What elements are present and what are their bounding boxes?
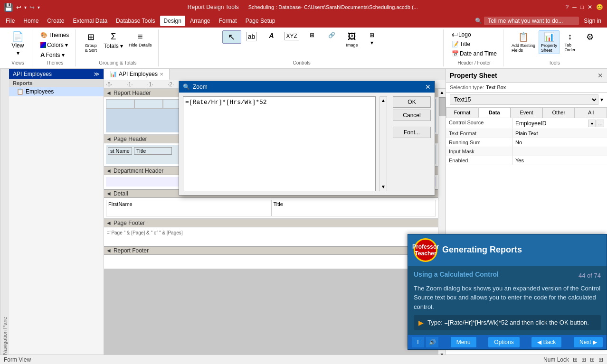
view-dropdown[interactable]: ▾ xyxy=(17,50,19,56)
menu-home[interactable]: Home xyxy=(19,16,42,26)
menu-arrange[interactable]: Arrange xyxy=(186,16,214,26)
tutorial-t-button[interactable]: T xyxy=(412,337,424,347)
tutorial-body-text: The Zoom dialog box shows you an expande… xyxy=(414,284,601,312)
logo-button[interactable]: 🏷 Logo xyxy=(449,30,474,39)
input-mask-value[interactable] xyxy=(512,147,607,156)
tutorial-body: Using a Calculated Control 44 of 74 The … xyxy=(408,266,607,336)
menu-format[interactable]: Format xyxy=(215,16,241,26)
dialog-scroll-down[interactable]: ▼ xyxy=(380,183,387,191)
property-item-select[interactable]: Text15 xyxy=(450,94,598,105)
tell-me-input[interactable]: Tell me what you want to do... xyxy=(484,17,579,25)
help-btn[interactable]: ? xyxy=(566,4,569,10)
property-sheet-button[interactable]: 📊 PropertySheet xyxy=(539,30,560,54)
status-bar: Form View Num Lock ⊞ ⊞ ⊞ ⊞ xyxy=(0,355,607,364)
title-button[interactable]: 📝 Title xyxy=(449,40,473,48)
tutorial-next-button[interactable]: Next ▶ xyxy=(574,337,603,347)
doc-tab-close[interactable]: ✕ xyxy=(160,72,163,77)
add-existing-fields-button[interactable]: 📋 Add ExistingFields xyxy=(509,30,538,54)
menu-page-setup[interactable]: Page Setup xyxy=(242,16,279,26)
control-source-dropdown-btn[interactable]: ▾ xyxy=(588,120,596,127)
control-source-value[interactable]: EmployeeID ▾ … xyxy=(512,118,607,129)
colors-button[interactable]: Colors ▾ xyxy=(38,41,70,49)
status-zoom: ⊞ xyxy=(598,356,603,363)
title-label: Title xyxy=(460,41,470,47)
image-button[interactable]: 🖼 Image xyxy=(342,30,361,49)
doc-tab-api-employees[interactable]: 📊 API Employees ✕ xyxy=(104,69,170,80)
nav-item-employees[interactable]: 📋 Employees xyxy=(9,87,104,96)
property-tab-format[interactable]: Format xyxy=(446,107,478,118)
report-footer-bar[interactable]: ◄ Report Footer xyxy=(104,246,438,255)
undo-btn[interactable]: ↩ xyxy=(16,4,21,11)
page-footer-bar[interactable]: ◄ Page Footer xyxy=(104,219,438,227)
maximize-btn[interactable]: □ xyxy=(580,4,584,10)
scroll-up-btn[interactable]: ▲ xyxy=(438,89,446,96)
control-source-label: Control Source xyxy=(446,118,512,129)
property-tab-event[interactable]: Event xyxy=(511,107,543,118)
grouping-group-label: Grouping & Totals xyxy=(99,59,136,65)
close-btn[interactable]: ✕ xyxy=(588,4,592,10)
menu-external-data[interactable]: External Data xyxy=(69,16,111,26)
tutorial-options-button[interactable]: Options xyxy=(488,337,519,347)
dept-header-label: Department Header xyxy=(114,168,163,174)
menu-design[interactable]: Design xyxy=(160,16,185,26)
menu-file[interactable]: File xyxy=(2,16,19,26)
navigation-pane: API Employees ≫ Reports 📋 Employees xyxy=(9,69,104,359)
dialog-scrollbar[interactable]: ▲ ▼ xyxy=(379,96,387,191)
property-tab-other[interactable]: Other xyxy=(542,107,575,118)
fonts-button[interactable]: A Fonts ▾ xyxy=(38,50,67,59)
menu-create[interactable]: Create xyxy=(43,16,68,26)
undo-dropdown[interactable]: ▾ xyxy=(24,5,27,10)
property-tab-data[interactable]: Data xyxy=(478,107,511,118)
dialog-ok-button[interactable]: OK xyxy=(393,96,431,108)
report-header-label: Report Header xyxy=(114,90,151,96)
nav-pane-toggle[interactable]: ≫ xyxy=(94,71,100,77)
dialog-close-button[interactable]: ✕ xyxy=(425,83,431,91)
property-tab-all[interactable]: All xyxy=(575,107,607,118)
tutorial-menu-button[interactable]: Menu xyxy=(451,337,476,347)
date-time-button[interactable]: 📅 Date and Time xyxy=(449,49,499,58)
minimize-btn[interactable]: ─ xyxy=(572,4,577,10)
nav-pane-title: API Employees xyxy=(13,71,52,77)
text-box-icon: ab xyxy=(247,32,257,41)
extra-tools-button[interactable]: ⚙ xyxy=(580,30,599,44)
totals-button[interactable]: Σ Totals ▾ xyxy=(101,30,125,51)
logo-label: Logo xyxy=(458,31,471,38)
controls-dropdown[interactable]: ⊞ ▾ xyxy=(362,30,381,47)
report-header-arrow: ◄ xyxy=(106,90,112,96)
hide-details-button[interactable]: ≡ Hide Details xyxy=(126,30,154,49)
group-sort-button[interactable]: ⊞ Group& Sort xyxy=(81,30,100,54)
tab-order-button[interactable]: ↕ TabOrder xyxy=(560,30,579,54)
hyperlink-button[interactable]: 🔗 xyxy=(322,30,341,40)
button-control[interactable]: XYZ xyxy=(282,30,302,42)
dialog-scroll-up[interactable]: ▲ xyxy=(380,97,387,104)
app-icon: 💾 xyxy=(4,3,13,12)
tutorial-sound-button[interactable]: 🔊 xyxy=(426,337,438,347)
select-tool-button[interactable]: ↖ xyxy=(222,30,241,44)
hide-details-icon: ≡ xyxy=(138,32,143,42)
tutorial-logo: ProfessorTeacher xyxy=(414,238,437,262)
tutorial-back-button[interactable]: ◀ Back xyxy=(531,337,561,347)
dialog-font-button[interactable]: Font... xyxy=(393,127,431,138)
zoom-dialog[interactable]: 🔍 Zoom ✕ =[Rate/Hr]*[Hrs/Wk]*52 ▲ ▼ OK C… xyxy=(179,81,435,196)
tools-group-label: Tools xyxy=(549,59,560,65)
nav-pane-header[interactable]: API Employees ≫ xyxy=(9,69,104,79)
scroll-thumb[interactable] xyxy=(439,97,446,116)
redo-btn[interactable]: ↪ xyxy=(29,4,35,11)
more-controls[interactable]: ⊞ xyxy=(303,30,322,40)
property-sheet-close-btn[interactable]: ✕ xyxy=(598,72,603,79)
sign-in-btn[interactable]: Sign in xyxy=(580,16,605,26)
control-source-ellipsis-btn[interactable]: … xyxy=(597,120,604,127)
tutorial-header: ProfessorTeacher Generating Reports xyxy=(408,234,607,266)
zoom-textarea[interactable]: =[Rate/Hr]*[Hrs/Wk]*52 xyxy=(183,96,376,191)
label-button[interactable]: A xyxy=(262,30,281,41)
enabled-value: Yes xyxy=(512,156,607,165)
view-button[interactable]: 📄 View ▾ xyxy=(9,30,28,58)
employees-label: Employees xyxy=(26,88,54,95)
totals-icon: Σ xyxy=(111,32,116,42)
text-box-button[interactable]: ab xyxy=(242,30,261,43)
num-lock-status: Num Lock xyxy=(543,356,569,363)
dialog-cancel-button[interactable]: Cancel xyxy=(393,110,431,121)
menu-database-tools[interactable]: Database Tools xyxy=(112,16,159,26)
property-sheet-header: Property Sheet ✕ xyxy=(446,69,607,83)
themes-button[interactable]: 🎨 Themes xyxy=(38,30,71,40)
